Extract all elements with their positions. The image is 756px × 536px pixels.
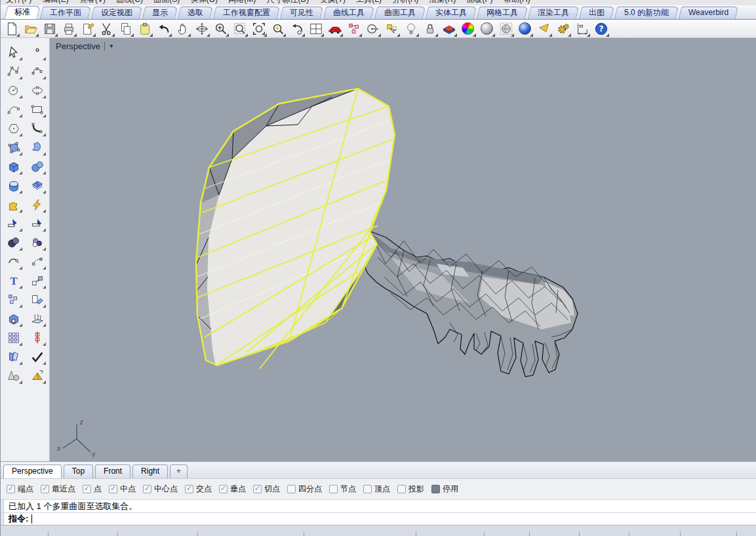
named-view-car-button[interactable] xyxy=(327,20,344,37)
osnap-checkbox[interactable] xyxy=(287,485,296,493)
hatch-button[interactable] xyxy=(26,291,47,309)
osnap-item-中心点[interactable]: 中心点 xyxy=(143,484,178,495)
rectangular-array-button[interactable] xyxy=(2,329,24,347)
viewport-menu-chevron-icon[interactable]: ▼ xyxy=(109,43,114,49)
help-button[interactable]: ? xyxy=(593,20,610,37)
boolean-difference-button[interactable] xyxy=(26,234,47,252)
osnap-item-最近点[interactable]: 最近点 xyxy=(41,484,75,495)
shaded-viewport-button[interactable] xyxy=(479,20,496,37)
osnap-checkbox[interactable] xyxy=(363,485,372,493)
boolean-union-button[interactable] xyxy=(2,234,24,252)
select-objects-button[interactable] xyxy=(384,20,401,37)
control-point-curve-button[interactable] xyxy=(2,62,24,81)
interpolate-curve-button[interactable] xyxy=(26,62,47,81)
options-gears-button[interactable] xyxy=(555,20,572,37)
circle-button[interactable] xyxy=(2,81,24,100)
osnap-item-投影[interactable]: 投影 xyxy=(397,484,424,495)
osnap-checkbox[interactable] xyxy=(431,485,440,493)
osnap-item-端点[interactable]: 端点 xyxy=(7,484,33,495)
arm-hand-mesh[interactable] xyxy=(363,231,578,377)
move-copy-button[interactable] xyxy=(26,272,47,290)
extract-surface-gold-button[interactable] xyxy=(26,367,47,385)
hide-objects-lightbulb-button[interactable] xyxy=(403,20,420,37)
osnap-checkbox[interactable] xyxy=(109,485,117,493)
four-viewports-button[interactable] xyxy=(308,20,325,37)
rotate-view-button[interactable] xyxy=(193,20,210,37)
ellipse-button[interactable] xyxy=(26,81,47,100)
selected-shoulder-polysurface[interactable] xyxy=(196,89,395,369)
move-transform-button[interactable] xyxy=(346,20,363,37)
tab-网格工具[interactable]: 网格工具 xyxy=(477,7,528,19)
tab-曲线工具[interactable]: 曲线工具 xyxy=(323,7,375,19)
emap-pins-button[interactable] xyxy=(26,310,47,328)
osnap-item-停用[interactable]: 停用 xyxy=(431,484,458,495)
zoom-extents-button[interactable] xyxy=(250,20,268,37)
tab-设定视图[interactable]: 设定视图 xyxy=(91,7,143,19)
select-arrow-button[interactable] xyxy=(2,43,24,62)
arc-button[interactable] xyxy=(2,100,24,119)
osnap-item-交点[interactable]: 交点 xyxy=(185,484,212,495)
mesh-model[interactable] xyxy=(50,38,756,461)
blend-curve-button[interactable] xyxy=(26,119,47,138)
tab-曲面工具[interactable]: 曲面工具 xyxy=(374,7,426,19)
primitive-solids-button[interactable] xyxy=(2,367,24,385)
osnap-item-节点[interactable]: 节点 xyxy=(329,484,356,495)
sphere-button[interactable] xyxy=(26,157,47,176)
tab-选取[interactable]: 选取 xyxy=(178,7,214,19)
print-button[interactable] xyxy=(60,20,77,37)
revolve-surface-button[interactable] xyxy=(2,176,24,195)
tab-标准[interactable]: 标准 xyxy=(5,6,41,19)
undo-button[interactable] xyxy=(155,20,172,37)
trim-button[interactable] xyxy=(2,215,24,233)
copy-button[interactable] xyxy=(117,20,134,37)
rectangle-button[interactable] xyxy=(26,100,47,119)
osnap-item-顶点[interactable]: 顶点 xyxy=(363,484,390,495)
patch-surface-button[interactable] xyxy=(26,176,47,195)
analyze-dimension-button[interactable] xyxy=(574,20,591,37)
tab-5.0 的新功能[interactable]: 5.0 的新功能 xyxy=(614,7,679,19)
split-button[interactable] xyxy=(26,215,47,233)
tab-显示[interactable]: 显示 xyxy=(142,7,178,19)
cplane-button[interactable] xyxy=(365,20,382,37)
align-objects-button[interactable] xyxy=(26,329,47,347)
command-line[interactable]: 指令: xyxy=(1,512,756,525)
tab-Weaverbird[interactable]: Weaverbird xyxy=(679,7,739,19)
osnap-checkbox[interactable] xyxy=(7,485,15,493)
lock-objects-button[interactable] xyxy=(422,20,439,37)
save-button[interactable] xyxy=(41,20,58,37)
viewport-tab-Right[interactable]: Right xyxy=(132,464,168,478)
osnap-checkbox[interactable] xyxy=(397,485,406,493)
osnap-item-中点[interactable]: 中点 xyxy=(109,484,136,495)
viewport-title[interactable]: Perspective xyxy=(56,41,100,51)
osnap-item-垂点[interactable]: 垂点 xyxy=(219,484,246,495)
tab-渲染工具[interactable]: 渲染工具 xyxy=(528,7,580,19)
cut-button[interactable] xyxy=(98,20,115,37)
render-preview-button[interactable] xyxy=(536,20,553,37)
osnap-checkbox[interactable] xyxy=(83,485,91,493)
tab-实体工具[interactable]: 实体工具 xyxy=(426,7,477,19)
ghosted-viewport-button[interactable] xyxy=(498,20,515,37)
layer-state-button[interactable] xyxy=(441,20,458,37)
undo-view-change-button[interactable] xyxy=(288,20,306,37)
box-button[interactable] xyxy=(2,157,24,176)
surface-from-curves-button[interactable] xyxy=(26,138,47,157)
selection-filter-check-button[interactable] xyxy=(26,348,47,366)
menu-bar[interactable]: 文件(F) 编辑(E) 查看(V) 曲线(C) 曲面(S) 实体(O) 网格(M… xyxy=(1,0,756,5)
object-color-wheel-button[interactable] xyxy=(460,20,477,37)
polygon-button[interactable] xyxy=(2,119,24,138)
osnap-item-切点[interactable]: 切点 xyxy=(253,484,280,495)
osnap-checkbox[interactable] xyxy=(185,485,193,493)
surface-corner-points-button[interactable] xyxy=(2,138,24,157)
zoom-window-button[interactable] xyxy=(231,20,249,37)
osnap-checkbox[interactable] xyxy=(219,485,228,493)
explode-burst-button[interactable] xyxy=(26,196,47,214)
tab-工作视窗配置[interactable]: 工作视窗配置 xyxy=(213,7,281,19)
new-file-button[interactable] xyxy=(3,20,20,37)
single-point-button[interactable] xyxy=(26,43,47,62)
open-file-button[interactable] xyxy=(22,20,39,37)
osnap-checkbox[interactable] xyxy=(41,485,49,493)
viewport-tab-Top[interactable]: Top xyxy=(64,464,93,478)
pan-button[interactable] xyxy=(174,20,191,37)
osnap-item-四分点[interactable]: 四分点 xyxy=(287,484,322,495)
zoom-dynamic-button[interactable] xyxy=(212,20,229,37)
